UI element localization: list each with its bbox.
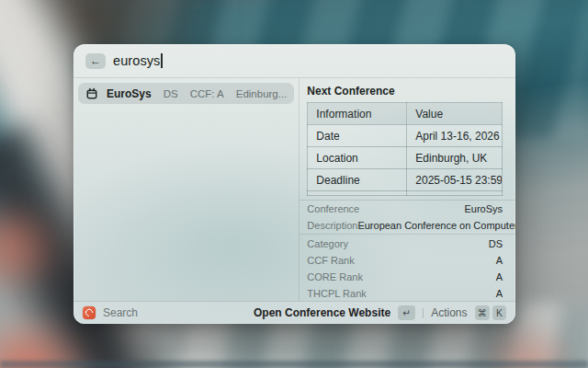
metadata-label: Category (307, 238, 348, 249)
metadata-label: THCPL Rank (307, 288, 366, 299)
detail-panel: Next Conference Information Value Date A… (300, 78, 515, 301)
metadata-row-description: Description European Conference on Compu… (307, 217, 503, 234)
metadata-value: DS (489, 238, 503, 249)
table-cell-value: April 13-16, 2026 (407, 125, 503, 147)
calendar-icon (85, 87, 98, 100)
wallpaper-shape (0, 361, 588, 368)
action-bar-right: Open Conference Website ↵ Actions ⌘ K (254, 305, 506, 320)
metadata-row-ccf-rank: CCF Rank A (307, 252, 503, 269)
metadata-label: CORE Rank (307, 271, 363, 282)
actions-menu-button[interactable]: Actions (431, 306, 467, 319)
metadata-label: Conference (307, 203, 359, 214)
list-item-category-badge: DS (164, 88, 178, 99)
results-list: EuroSys DS CCF: A Edinburg... (74, 78, 300, 301)
k-key-icon[interactable]: K (492, 305, 506, 320)
command-name-label: Search (103, 306, 138, 319)
metadata-value: A (496, 255, 503, 266)
table-cell-value: Edinburgh, UK (407, 147, 503, 169)
next-conference-table: Information Value Date April 13-16, 2026… (307, 102, 503, 196)
list-item-ccf-badge: CCF: A (190, 88, 224, 99)
table-header-row: Information Value (308, 103, 503, 125)
metadata-value: EuroSys (464, 203, 503, 214)
detail-heading: Next Conference (307, 86, 503, 98)
back-button[interactable]: ← (85, 53, 106, 69)
main-content: EuroSys DS CCF: A Edinburg... Next Confe… (74, 78, 515, 301)
list-item-location-badge: Edinburg... (236, 88, 288, 99)
table-header-information: Information (308, 103, 407, 125)
search-input[interactable]: eurosys (113, 53, 160, 68)
metadata-row-category: Category DS (307, 236, 503, 252)
launcher-window: ← eurosys EuroSys DS CCF: A Edinburg. (74, 44, 515, 324)
metadata-label: CCF Rank (307, 255, 354, 266)
metadata-value: European Conference on Computer Systems (357, 220, 515, 231)
table-header-value: Value (407, 103, 503, 125)
metadata-value: A (496, 288, 503, 299)
table-row: Date April 13-16, 2026 (308, 125, 503, 147)
metadata-section-divider (300, 234, 515, 235)
table-cell-label: Location (308, 147, 407, 169)
list-item-title: EuroSys (107, 87, 152, 100)
search-bar: ← eurosys (74, 44, 515, 78)
text-cursor (161, 53, 163, 68)
table-row: Location Edinburgh, UK (308, 147, 503, 169)
table-cell-value: 2025-05-15 23:59:59 (407, 169, 503, 191)
list-item-eurosys[interactable]: EuroSys DS CCF: A Edinburg... (78, 83, 294, 104)
metadata-value: A (496, 271, 503, 282)
back-arrow-icon: ← (90, 54, 101, 67)
table-cell-label: Deadline (308, 169, 407, 191)
metadata-row-thcpl-rank: THCPL Rank A (307, 285, 503, 301)
footer-separator (423, 308, 424, 318)
open-conference-website-button[interactable]: Open Conference Website (254, 306, 390, 319)
table-row-clipped (308, 191, 503, 196)
action-bar: Search Open Conference Website ↵ Actions… (74, 301, 515, 324)
metadata-row-core-rank: CORE Rank A (307, 269, 503, 285)
table-cell-label: Date (308, 125, 407, 147)
wallpaper-shape (0, 198, 69, 299)
metadata-label: Description (307, 220, 357, 231)
cmd-key-icon[interactable]: ⌘ (475, 305, 491, 320)
extension-icon (83, 306, 96, 319)
metadata-row-conference: Conference EuroSys (307, 201, 503, 217)
enter-key-icon[interactable]: ↵ (398, 305, 415, 320)
table-row: Deadline 2025-05-15 23:59:59 (308, 169, 503, 191)
